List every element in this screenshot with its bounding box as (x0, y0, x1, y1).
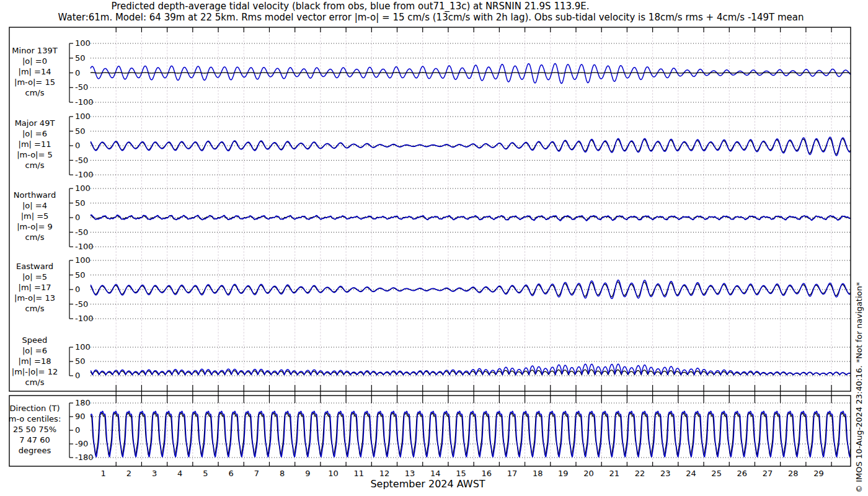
panel-label-line: Minor 139T (2, 45, 67, 56)
upper-frame (9, 27, 851, 391)
panel-label-line: |m-o|= 9 (2, 221, 67, 232)
day-label: 6 (222, 469, 241, 478)
day-label: 17 (503, 469, 521, 478)
day-label: 23 (656, 469, 675, 478)
day-label: 25 (707, 469, 726, 478)
day-label: 9 (298, 469, 317, 478)
day-label: 12 (375, 469, 394, 478)
y-tick-label: -50 (75, 228, 88, 237)
panel-label-line: Direction (T) (2, 403, 67, 414)
y-tick-label: 100 (75, 38, 91, 48)
day-label: 20 (580, 469, 598, 478)
y-tick-label: 0 (75, 68, 80, 78)
day-label: 8 (273, 469, 291, 478)
y-tick-label: 0 (75, 213, 80, 223)
day-label: 3 (145, 469, 164, 478)
speed-model-curve (91, 364, 851, 375)
day-label: 16 (477, 469, 496, 478)
panel-label-line: m-o centiles: (2, 414, 67, 424)
y-tick-label: 100 (75, 255, 91, 265)
major-model-curve (91, 137, 851, 156)
day-label: 11 (350, 469, 368, 478)
y-tick-label: 100 (75, 184, 91, 193)
panel-label-minor: Minor 139T |o| =0 |m| =14 |m-o|= 15 cm/s (2, 45, 67, 98)
panel-label-line: cm/s (2, 160, 67, 170)
day-label: 14 (426, 469, 445, 478)
y-tick-label: 0 (75, 141, 80, 151)
y-tick-label: 90 (75, 412, 86, 422)
y-tick-label: -100 (75, 97, 94, 107)
y-tick-label: 50 (75, 270, 86, 280)
northward-model-curve (91, 215, 851, 221)
panel-label-line: Northward (2, 190, 67, 200)
day-label: 18 (528, 469, 547, 478)
day-label: 2 (120, 469, 138, 478)
day-label: 7 (247, 469, 266, 478)
day-label: 4 (170, 469, 189, 478)
panel-label-line: |m| =18 (2, 356, 67, 366)
day-label: 21 (605, 469, 624, 478)
panel-label-line: |m-o|= 15 (2, 77, 67, 87)
panel-label-northward: Northward |o| =4 |m| =5 |m-o|= 9 cm/s (2, 190, 67, 242)
panel-label-line: 7 47 60 (2, 435, 67, 445)
day-label: 24 (681, 469, 700, 478)
y-tick-label: 50 (75, 198, 86, 208)
tidal-velocity-figure: { "title": { "line1": "Predicted depth-a… (0, 0, 868, 496)
y-tick-label: 180 (75, 398, 91, 408)
panel-label-line: Eastward (2, 261, 67, 272)
watermark-text: © IMOS 10-Aug-2024 23:40:16. *Not for na… (854, 232, 864, 493)
y-tick-label: -90 (75, 439, 88, 449)
y-tick-label: 100 (75, 112, 91, 122)
panel-label-line: 25 50 75% (2, 424, 67, 435)
day-label: 27 (758, 469, 777, 478)
panel-label-line: |o| =6 (2, 345, 67, 356)
day-label: 29 (809, 469, 828, 478)
y-tick-label: -100 (75, 314, 94, 324)
panel-label-line: |m-o|= 5 (2, 149, 67, 160)
day-label: 5 (196, 469, 215, 478)
y-tick-label: 0 (75, 285, 80, 294)
panel-label-line: cm/s (2, 377, 67, 388)
day-label: 19 (554, 469, 572, 478)
y-tick-label: 0 (75, 425, 80, 435)
panel-label-direction: Direction (T) m-o centiles: 25 50 75% 7 … (2, 403, 67, 456)
panel-label-line: cm/s (2, 303, 67, 314)
y-tick-label: -100 (75, 170, 94, 180)
panel-label-line: |m| =11 (2, 139, 67, 149)
panel-label-eastward: Eastward |o| =5 |m| =17 |m-o|= 13 cm/s (2, 261, 67, 314)
panel-label-line: |o| =4 (2, 200, 67, 211)
day-label: 15 (452, 469, 471, 478)
panel-label-line: |o| =5 (2, 272, 67, 282)
x-axis-title: September 2024 AWST (248, 478, 608, 490)
panel-label-line: |m|-|o|= 12 (2, 366, 67, 377)
day-label: 26 (733, 469, 751, 478)
day-label: 13 (401, 469, 419, 478)
y-tick-label: -100 (75, 242, 94, 252)
y-tick-label: -50 (75, 82, 88, 92)
panel-label-line: cm/s (2, 87, 67, 98)
y-tick-label: -50 (75, 299, 88, 309)
y-tick-label: 0 (75, 371, 80, 381)
y-tick-label: -50 (75, 156, 88, 166)
panel-label-line: cm/s (2, 232, 67, 242)
panel-label-line: |m-o|= 13 (2, 293, 67, 303)
panel-label-line: |m| =14 (2, 66, 67, 77)
day-label: 10 (324, 469, 342, 478)
panel-label-major: Major 49T |o| =6 |m| =11 |m-o|= 5 cm/s (2, 118, 67, 170)
panel-label-line: Speed (2, 335, 67, 345)
day-label: 28 (784, 469, 802, 478)
chart-svg (0, 0, 868, 496)
day-label: 1 (94, 469, 113, 478)
panel-label-line: |o| =0 (2, 56, 67, 66)
panel-label-speed: Speed |o| =6 |m| =18 |m|-|o|= 12 cm/s (2, 335, 67, 388)
y-tick-label: 50 (75, 356, 86, 366)
panel-label-line: |o| =6 (2, 128, 67, 139)
y-tick-label: 50 (75, 53, 86, 63)
y-tick-label: 100 (75, 342, 91, 352)
direction-model-curve (91, 411, 851, 457)
minor-obs-curve (91, 73, 851, 73)
panel-label-line: |m| =5 (2, 211, 67, 221)
panel-label-line: degrees (2, 445, 67, 456)
panel-label-line: |m| =17 (2, 282, 67, 293)
day-label: 22 (631, 469, 649, 478)
